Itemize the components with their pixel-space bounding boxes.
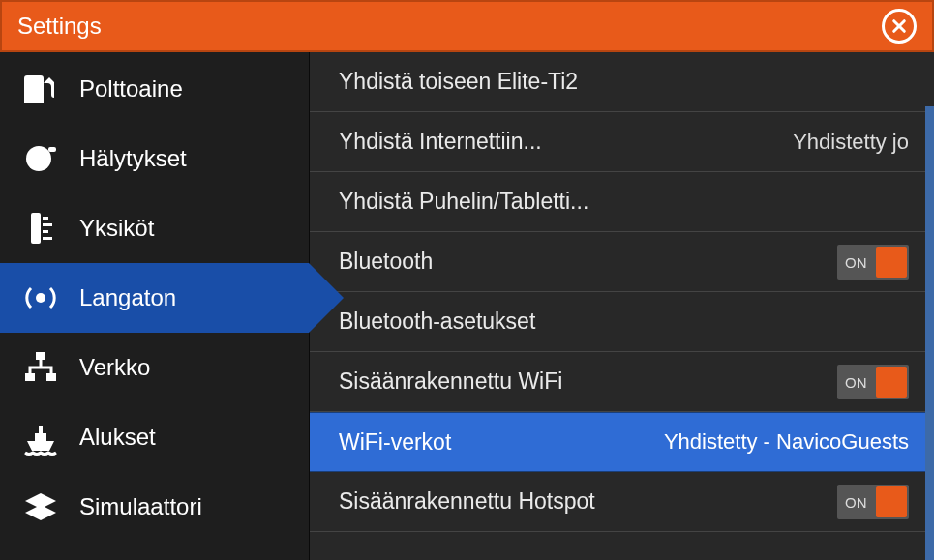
row-label: Sisäänrakennettu WiFi — [339, 368, 562, 395]
row-label: Sisäänrakennettu Hotspot — [339, 488, 595, 515]
content-panel: Yhdistä toiseen Elite-Ti2 Yhdistä Intern… — [310, 52, 934, 560]
svg-rect-4 — [43, 223, 52, 226]
fuel-icon — [21, 70, 60, 108]
row-value: Yhdistetty jo — [793, 130, 909, 155]
sidebar-item-vessels[interactable]: Alukset — [0, 402, 309, 472]
toggle-on-label: ON — [845, 373, 867, 390]
svg-rect-8 — [36, 352, 45, 360]
row-connect-phone[interactable]: Yhdistä Puhelin/Tabletti... — [310, 172, 934, 232]
sidebar-item-alarms[interactable]: Hälytykset — [0, 124, 309, 193]
row-builtin-wifi[interactable]: Sisäänrakennettu WiFi ON — [310, 352, 934, 412]
sidebar-item-network[interactable]: Verkko — [0, 333, 309, 402]
sidebar-item-label: Alukset — [79, 424, 156, 451]
row-label: Yhdistä Internettiin... — [339, 129, 542, 155]
sidebar-item-label: Verkko — [79, 354, 150, 381]
svg-rect-3 — [43, 217, 48, 220]
builtin-wifi-toggle[interactable]: ON — [837, 365, 909, 399]
svg-rect-1 — [48, 147, 56, 152]
row-builtin-hotspot[interactable]: Sisäänrakennettu Hotspot ON — [310, 472, 934, 532]
toggle-on-label: ON — [845, 253, 867, 270]
sidebar-item-label: Langaton — [79, 284, 176, 311]
titlebar: Settings — [0, 0, 934, 52]
row-label: Yhdistä Puhelin/Tabletti... — [339, 189, 588, 215]
sidebar-item-label: Polttoaine — [79, 75, 183, 103]
svg-rect-10 — [46, 373, 56, 381]
close-icon — [891, 18, 907, 34]
row-label: Bluetooth — [339, 249, 433, 275]
svg-rect-9 — [25, 373, 35, 381]
wireless-icon — [21, 279, 60, 317]
toggle-knob — [876, 367, 907, 398]
row-value: Yhdistetty - NavicoGuests — [664, 429, 909, 455]
svg-rect-6 — [43, 237, 52, 240]
toggle-knob — [876, 247, 907, 278]
sidebar-item-label: Hälytykset — [79, 145, 187, 172]
row-label: Yhdistä toiseen Elite-Ti2 — [339, 69, 578, 95]
builtin-hotspot-toggle[interactable]: ON — [837, 485, 909, 519]
row-wifi-networks[interactable]: WiFi-verkot Yhdistetty - NavicoGuests — [310, 412, 934, 472]
sidebar-item-label: Yksiköt — [79, 215, 154, 242]
svg-rect-5 — [43, 230, 48, 233]
sidebar-item-label: Simulaattori — [79, 493, 202, 520]
alarm-icon — [21, 139, 60, 178]
sidebar-item-wireless[interactable]: Langaton — [0, 263, 309, 333]
row-bluetooth-settings[interactable]: Bluetooth-asetukset — [310, 292, 934, 352]
svg-point-0 — [26, 146, 51, 171]
close-button[interactable] — [882, 9, 917, 44]
sidebar-item-simulator[interactable]: Simulaattori — [0, 472, 309, 542]
toggle-on-label: ON — [845, 493, 867, 510]
sidebar-item-units[interactable]: Yksiköt — [0, 193, 309, 263]
settings-window: Settings Polttoaine Hälytykset — [0, 0, 934, 560]
svg-marker-12 — [25, 505, 56, 520]
scrollbar[interactable] — [925, 106, 934, 560]
sidebar: Polttoaine Hälytykset Yksiköt Langaton — [0, 52, 310, 560]
vessel-icon — [21, 418, 60, 457]
layers-icon — [21, 487, 60, 526]
ruler-icon — [21, 209, 60, 248]
row-connect-elite[interactable]: Yhdistä toiseen Elite-Ti2 — [310, 52, 934, 112]
window-title: Settings — [17, 13, 102, 40]
bluetooth-toggle[interactable]: ON — [837, 245, 909, 280]
row-label: Bluetooth-asetukset — [339, 309, 535, 335]
svg-point-7 — [36, 293, 45, 303]
row-label: WiFi-verkot — [339, 429, 451, 456]
toggle-knob — [876, 486, 907, 517]
row-connect-internet[interactable]: Yhdistä Internettiin... Yhdistetty jo — [310, 112, 934, 172]
svg-rect-2 — [31, 213, 41, 244]
network-icon — [21, 348, 60, 387]
body: Polttoaine Hälytykset Yksiköt Langaton — [0, 52, 934, 560]
sidebar-item-fuel[interactable]: Polttoaine — [0, 54, 309, 124]
row-bluetooth[interactable]: Bluetooth ON — [310, 232, 934, 292]
